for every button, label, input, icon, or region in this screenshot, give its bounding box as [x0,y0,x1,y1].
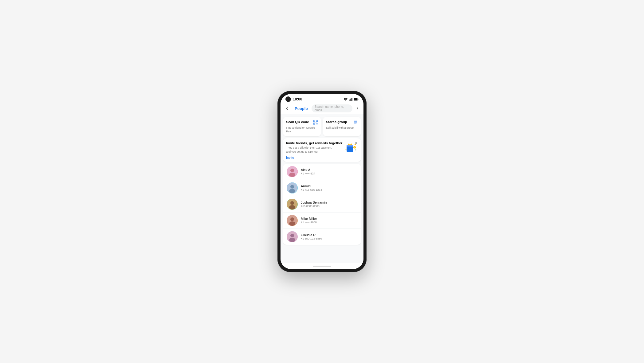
main-content: Scan QR code [281,114,363,263]
contact-name: Arnold [301,184,357,188]
avatar [287,215,298,226]
camera-icon [285,96,291,102]
status-bar: 10:00 [281,94,363,103]
phone-screen: 10:00 [281,94,363,269]
contact-phone: +65 8888-8888 [301,205,357,208]
contact-phone: +1 650-123-5880 [301,237,357,240]
phone-device: 10:00 [277,91,367,272]
contact-item[interactable]: Arnold +1 415-555-1234 [283,180,361,196]
svg-point-45 [289,238,295,242]
contact-name: Alex A [301,168,357,172]
svg-rect-16 [316,124,317,124]
svg-rect-3 [351,98,351,101]
invite-banner-description: They get a gift with their 1st payment, … [286,146,333,154]
contact-phone: +1 415-555-1234 [301,188,357,191]
avatar [287,166,298,177]
svg-rect-6 [358,99,359,100]
status-time: 10:00 [293,97,302,101]
contact-info: Claudia R +1 650-123-5880 [301,233,357,240]
svg-point-27 [346,149,347,150]
avatar [287,199,298,210]
contact-name: Mike Miller [301,217,357,221]
search-placeholder: Search name, phone, email [315,105,349,112]
svg-point-39 [289,205,295,209]
svg-rect-7 [354,98,357,100]
svg-rect-13 [314,123,315,124]
contact-info: Mike Miller +1 ••••••9988 [301,217,357,224]
scan-qr-card[interactable]: Scan QR code [283,117,321,136]
svg-point-36 [289,189,295,193]
action-cards-row: Scan QR code [283,117,361,136]
avatar [287,231,298,242]
contact-item[interactable]: Alex A +1 ••••••124 [283,164,361,180]
svg-rect-2 [350,99,351,101]
svg-point-35 [290,185,294,189]
svg-point-28 [355,150,356,150]
start-group-card[interactable]: Start a group Split a bill with a group [323,117,361,136]
svg-point-41 [290,217,294,221]
people-tab[interactable]: People [293,106,310,111]
wifi-icon [344,98,348,101]
home-indicator [281,263,363,269]
svg-rect-15 [317,123,318,123]
invite-banner: × Invite friends, get rewards together T… [283,138,361,162]
search-input[interactable]: Search name, phone, email [312,104,352,112]
start-group-title: Start a group [326,120,347,124]
status-icons [344,98,359,101]
svg-point-33 [289,173,295,177]
svg-point-38 [290,201,294,205]
status-left: 10:00 [285,96,302,102]
svg-point-32 [290,169,294,172]
contact-item[interactable]: Mike Miller +1 ••••••9988 [283,213,361,229]
contacts-list: Alex A +1 ••••••124 Arnold [283,164,361,245]
battery-icon [354,98,359,101]
svg-point-0 [345,100,346,101]
svg-point-44 [290,234,294,237]
contact-phone: +1 ••••••9988 [301,221,357,224]
contact-info: Alex A +1 ••••••124 [301,168,357,175]
back-button[interactable] [284,105,291,112]
scan-qr-header: Scan QR code [286,120,318,126]
contact-info: Joshua Benjamin +65 8888-8888 [301,201,357,208]
svg-text:$: $ [354,147,355,149]
contact-phone: +1 ••••••124 [301,172,357,175]
contact-item[interactable]: Joshua Benjamin +65 8888-8888 [283,196,361,213]
svg-point-26 [355,144,356,145]
svg-rect-14 [316,123,317,123]
contact-info: Arnold +1 415-555-1234 [301,184,357,191]
contact-name: Claudia R [301,233,357,237]
svg-rect-9 [314,121,315,121]
avatar [287,182,298,193]
more-menu-button[interactable]: ⋮ [354,105,360,111]
signal-icon [349,98,352,101]
group-list-icon [353,120,358,126]
svg-rect-4 [352,98,353,101]
svg-rect-17 [317,124,318,124]
top-bar: People Search name, phone, email ⋮ [281,103,363,114]
scan-qr-desc: Find a friend on Google Pay [286,126,318,133]
contact-name: Joshua Benjamin [301,201,357,204]
svg-point-42 [289,221,295,226]
contact-item[interactable]: Claudia R +1 650-123-5880 [283,229,361,245]
scan-qr-title: Scan QR code [286,120,309,124]
start-group-desc: Split a bill with a group [326,126,358,130]
qr-code-icon [313,120,318,126]
home-bar [313,266,331,267]
invite-illustration: $ [344,141,358,156]
start-group-header: Start a group [326,120,358,126]
svg-rect-11 [317,121,317,121]
svg-rect-1 [349,100,350,101]
